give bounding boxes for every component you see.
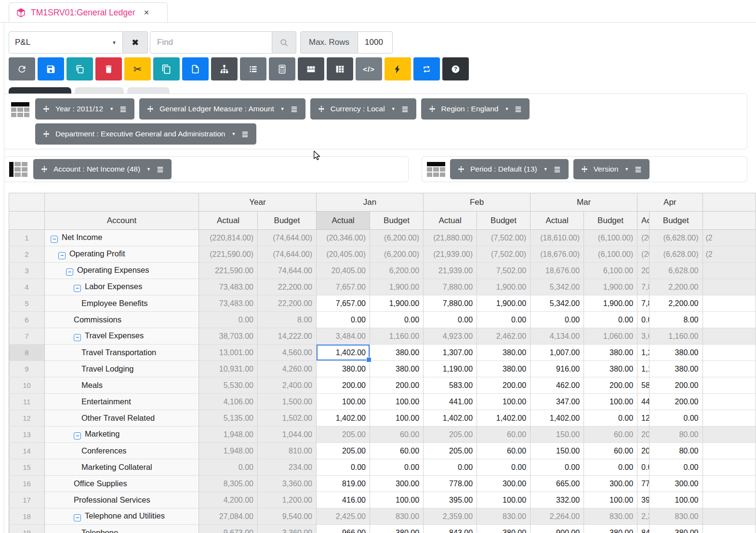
clipped-value-cell[interactable]: (2 xyxy=(703,230,756,246)
value-cell[interactable]: 9,540.00 xyxy=(258,508,317,525)
value-cell[interactable]: 1,007.00 xyxy=(531,345,584,361)
value-cell[interactable]: 0.00 xyxy=(650,410,703,426)
value-cell[interactable]: 22,200.00 xyxy=(258,295,317,312)
value-cell[interactable]: 38,703.00 xyxy=(199,328,258,345)
measure-column-header[interactable]: Actual xyxy=(424,212,477,230)
account-cell[interactable]: Travel Lodging xyxy=(45,361,199,377)
subset-list-icon[interactable] xyxy=(553,165,561,173)
value-cell[interactable]: 27,084.00 xyxy=(199,508,258,525)
value-cell[interactable]: (6,628.00) xyxy=(650,230,703,246)
value-cell[interactable]: 380.00 xyxy=(370,361,424,377)
row-number[interactable]: 7 xyxy=(9,328,45,345)
value-cell[interactable]: 2,400.00 xyxy=(258,377,317,394)
value-cell[interactable]: 843.00 xyxy=(637,525,650,533)
row-number[interactable]: 5 xyxy=(9,295,45,312)
dimension-pill[interactable]: Version▼ xyxy=(573,159,650,179)
clipped-value-cell[interactable] xyxy=(703,328,756,345)
account-cell[interactable]: −Net Income xyxy=(45,230,199,246)
value-cell[interactable]: 380.00 xyxy=(650,525,703,533)
value-cell[interactable]: 1,900.00 xyxy=(584,279,637,295)
paste-button[interactable] xyxy=(182,57,209,80)
list-button[interactable] xyxy=(240,57,266,80)
value-cell[interactable]: 1,175.00 xyxy=(637,361,650,377)
clipped-value-cell[interactable] xyxy=(703,508,756,525)
collapse-icon[interactable]: − xyxy=(66,268,73,276)
row-number[interactable]: 11 xyxy=(9,394,45,410)
calculator-button[interactable] xyxy=(269,57,295,80)
value-cell[interactable]: 73,483.00 xyxy=(199,279,258,295)
value-cell[interactable]: 2,200.00 xyxy=(650,279,703,295)
value-cell[interactable]: 200.00 xyxy=(317,377,370,394)
caret-down-icon[interactable]: ▼ xyxy=(504,107,509,111)
value-cell[interactable]: 22,200.00 xyxy=(258,279,317,295)
account-cell[interactable]: Employee Benefits xyxy=(45,295,199,312)
account-cell[interactable]: Entertainment xyxy=(45,394,199,410)
account-cell[interactable]: −Labor Expenses xyxy=(45,279,199,295)
value-cell[interactable]: 300.00 xyxy=(650,476,703,492)
value-cell[interactable]: 441.00 xyxy=(637,394,650,410)
value-cell[interactable]: 205.00 xyxy=(424,443,477,459)
period-group-header[interactable]: Apr xyxy=(637,193,703,212)
find-input[interactable] xyxy=(150,31,272,53)
value-cell[interactable]: 778.00 xyxy=(424,476,477,492)
value-cell[interactable]: 1,500.00 xyxy=(258,394,317,410)
row-number[interactable]: 9 xyxy=(9,361,45,377)
value-cell[interactable]: 80.00 xyxy=(650,426,703,443)
row-number[interactable]: 14 xyxy=(9,443,45,459)
value-cell[interactable]: (6,100.00) xyxy=(584,246,637,263)
value-cell[interactable]: 0.00 xyxy=(584,410,637,426)
value-cell[interactable]: 205.00 xyxy=(317,426,370,443)
value-cell[interactable]: 1,402.00 xyxy=(317,345,370,361)
value-cell[interactable]: 843.00 xyxy=(424,525,477,533)
value-cell[interactable]: 380.00 xyxy=(584,345,637,361)
value-cell[interactable]: 830.00 xyxy=(370,508,424,525)
value-cell[interactable]: 1,948.00 xyxy=(199,426,258,443)
value-cell[interactable]: 13,001.00 xyxy=(199,345,258,361)
account-cell[interactable]: Travel Transportation xyxy=(45,345,199,361)
value-cell[interactable]: 1,200.00 xyxy=(258,492,317,508)
collapsed-tab[interactable] xyxy=(127,87,170,93)
value-cell[interactable]: 4,560.00 xyxy=(258,345,317,361)
measure-column-header[interactable]: Budget xyxy=(477,212,531,230)
value-cell[interactable]: 1,060.00 xyxy=(584,328,637,345)
value-cell[interactable]: 234.00 xyxy=(258,459,317,476)
view-tab[interactable]: TM1SRV01:General Ledger × xyxy=(9,2,168,22)
value-cell[interactable]: 18,676.00 xyxy=(531,263,584,279)
value-cell[interactable]: 0.00 xyxy=(199,312,258,328)
value-cell[interactable]: 100.00 xyxy=(317,394,370,410)
value-cell[interactable]: 60.00 xyxy=(584,443,637,459)
clipped-value-cell[interactable] xyxy=(703,312,756,328)
row-number[interactable]: 19 xyxy=(9,525,45,533)
value-cell[interactable]: 1,900.00 xyxy=(477,279,531,295)
value-cell[interactable]: 2,425.00 xyxy=(317,508,370,525)
collapse-icon[interactable]: − xyxy=(74,285,81,292)
copy-pages-button[interactable] xyxy=(153,57,180,80)
value-cell[interactable]: 4,106.00 xyxy=(199,394,258,410)
value-cell[interactable]: 60.00 xyxy=(370,443,424,459)
value-cell[interactable]: 100.00 xyxy=(584,492,637,508)
subset-list-icon[interactable] xyxy=(156,165,164,173)
value-cell[interactable]: 2,200.00 xyxy=(650,295,703,312)
value-cell[interactable]: 416.00 xyxy=(317,492,370,508)
value-cell[interactable]: 1,900.00 xyxy=(370,295,424,312)
clipped-value-cell[interactable] xyxy=(703,361,756,377)
row-number[interactable]: 13 xyxy=(9,426,45,443)
account-cell[interactable]: −Telephone and Utilities xyxy=(45,508,199,525)
value-cell[interactable]: 900.00 xyxy=(531,525,584,533)
account-cell[interactable]: Other Travel Related xyxy=(45,410,199,426)
value-cell[interactable]: (74,644.00) xyxy=(258,230,317,246)
value-cell[interactable]: 380.00 xyxy=(317,361,370,377)
value-cell[interactable]: 100.00 xyxy=(650,492,703,508)
account-cell[interactable]: Office Supplies xyxy=(45,476,199,492)
caret-down-icon[interactable]: ▼ xyxy=(391,107,396,111)
value-cell[interactable]: (6,200.00) xyxy=(370,230,424,246)
collapse-icon[interactable]: − xyxy=(51,236,58,243)
fill-handle[interactable] xyxy=(366,357,371,362)
value-cell[interactable]: 5,342.00 xyxy=(531,279,584,295)
value-cell[interactable]: 0.00 xyxy=(650,459,703,476)
value-cell[interactable]: 5,342.00 xyxy=(531,295,584,312)
clipped-value-cell[interactable] xyxy=(703,492,756,508)
measure-column-header[interactable]: Actual xyxy=(199,212,258,230)
dimension-pill[interactable]: Period : Default (13)▼ xyxy=(450,159,569,179)
period-group-header[interactable]: Feb xyxy=(424,193,531,212)
